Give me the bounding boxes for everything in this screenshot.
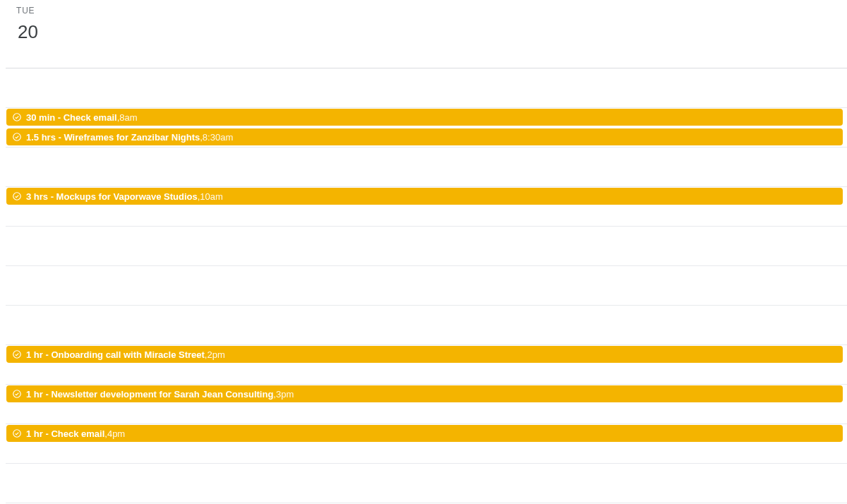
svg-point-0: [13, 114, 21, 121]
event-time: 8am: [119, 112, 137, 123]
hour-row: [6, 464, 847, 503]
hour-row: [6, 148, 847, 187]
svg-point-5: [13, 430, 21, 438]
event-title: 30 min - Check email: [26, 112, 117, 123]
event-time: 2pm: [207, 349, 224, 360]
event-title: 1 hr - Newsletter development for Sarah …: [26, 389, 273, 400]
hour-row: [6, 68, 847, 108]
calendar-event[interactable]: 30 min - Check email, 8am: [6, 109, 843, 126]
event-title: 1 hr - Onboarding call with Miracle Stre…: [26, 349, 205, 360]
calendar-event[interactable]: 1 hr - Newsletter development for Sarah …: [6, 385, 843, 402]
event-time: 10am: [200, 191, 223, 202]
calendar-event[interactable]: 1 hr - Onboarding call with Miracle Stre…: [6, 346, 843, 363]
check-circle-icon: [12, 112, 22, 122]
calendar-day-header: TUE 20: [0, 0, 847, 68]
hour-row: [6, 227, 847, 266]
hour-row: [6, 266, 847, 306]
event-title: 1.5 hrs - Wireframes for Zanzibar Nights: [26, 132, 200, 143]
event-title: 1 hr - Check email: [26, 428, 104, 439]
svg-point-2: [13, 193, 21, 200]
event-time: 8:30am: [203, 132, 233, 143]
hour-row: [6, 306, 847, 345]
calendar-day-grid[interactable]: 30 min - Check email, 8am1.5 hrs - Wiref…: [6, 68, 847, 504]
check-circle-icon: [12, 349, 22, 359]
check-circle-icon: [12, 428, 22, 438]
calendar-event[interactable]: 1 hr - Check email, 4pm: [6, 425, 843, 442]
svg-point-1: [13, 133, 21, 141]
svg-point-3: [13, 351, 21, 359]
day-number: 20: [18, 21, 847, 43]
calendar-event[interactable]: 3 hrs - Mockups for Vaporwave Studios, 1…: [6, 188, 843, 205]
check-circle-icon: [12, 191, 22, 201]
event-time: 4pm: [107, 428, 125, 439]
check-circle-icon: [12, 132, 22, 142]
calendar-event[interactable]: 1.5 hrs - Wireframes for Zanzibar Nights…: [6, 128, 843, 145]
event-time: 3pm: [276, 389, 294, 400]
check-circle-icon: [12, 389, 22, 399]
event-title: 3 hrs - Mockups for Vaporwave Studios: [26, 191, 198, 202]
svg-point-4: [13, 390, 21, 398]
day-of-week-label: TUE: [16, 6, 847, 16]
